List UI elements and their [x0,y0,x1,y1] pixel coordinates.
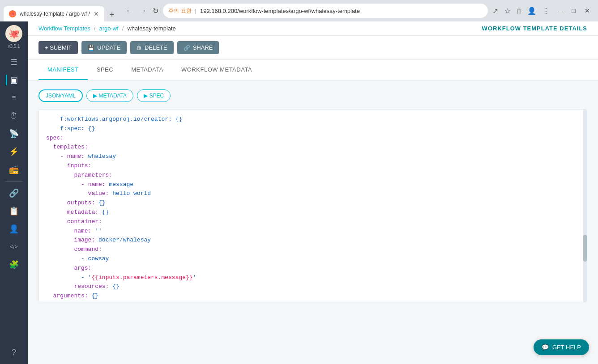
sidebar: 🐙 v3.5.1 ☰ ▣ ≡ ⏱ 📡 ⚡ 📻 🔗 📋 [0,21,28,364]
link-icon: 🔗 [9,188,19,198]
url-text: 192.168.0.200/workflow-templates/argo-wf… [200,8,360,14]
sidebar-item-pipelines[interactable]: ⚡ [6,144,22,160]
sidebar-item-help[interactable]: ? [6,344,22,360]
sidebar-item-events[interactable]: ≡ [6,90,22,106]
menu-icon: ☰ [10,57,17,67]
version-badge: v3.5.1 [8,44,20,49]
api-icon: </> [10,244,17,250]
eventsource-icon: 📻 [9,165,19,174]
code-line-19: resources: {} [46,282,580,292]
tab-workflow-metadata[interactable]: WORKFLOW METADATA [172,60,261,80]
tab-bar: MANIFEST SPEC METADATA WORKFLOW METADATA [28,60,598,80]
code-line-13: name: '' [46,227,580,236]
events-icon: ≡ [12,94,16,102]
breadcrumb-sep1: / [94,25,96,32]
code-line-10: outputs: {} [46,199,580,208]
user-icon: 👤 [9,224,19,234]
code-line-15: command: [46,245,580,254]
sidebar-item-sensors[interactable]: 📡 [6,126,22,142]
filter-row: JSON/YAML ▶ METADATA ▶ SPEC [38,89,587,102]
code-line-4: templates: [46,143,580,152]
code-line-1: f:workflows.argoproj.io/creator: {} [46,115,580,124]
breadcrumb-workflows-link[interactable]: Workflow Templates [38,25,90,32]
minimize-button[interactable]: ─ [554,5,568,16]
metadata-filter-button[interactable]: ▶ METADATA [86,89,133,102]
bookmark-button[interactable]: ☆ [503,5,513,17]
nav-refresh-button[interactable]: ↻ [151,5,160,17]
code-line-16: - cowsay [46,254,580,264]
security-warning: 주의 요함 [168,7,191,15]
reports-icon: 📋 [9,206,19,216]
code-content[interactable]: f:workflows.argoproj.io/creator: {} f:sp… [39,110,587,302]
nav-back-button[interactable]: ← [124,5,135,17]
share-page-button[interactable]: ↗ [491,5,500,17]
breadcrumb-sep2: / [122,25,124,32]
url-separator: | [195,8,196,14]
profile-button[interactable]: 👤 [525,5,538,17]
url-bar[interactable]: 주의 요함 | 192.168.0.200/workflow-templates… [163,4,487,18]
delete-button[interactable]: 🗑 DELETE [130,41,174,54]
scrollbar-vertical[interactable] [583,110,587,302]
sidebar-item-reports[interactable]: 📋 [6,203,22,219]
code-line-7: parameters: [46,171,580,180]
share-button[interactable]: 🔗 SHARE [177,41,219,54]
breadcrumb-namespace-link[interactable]: argo-wf [99,25,118,32]
sidebar-item-workflows[interactable]: ▣ [6,72,22,88]
trash-icon: 🗑 [137,45,142,51]
window-controls: ─ □ ✕ [554,5,594,16]
json-yaml-filter-button[interactable]: JSON/YAML [38,89,83,102]
chat-icon: 💬 [542,344,549,351]
browser-tabs: 🐙 whalesay-template / argo-wf / ✕ + [4,0,118,21]
action-bar: + SUBMIT 💾 UPDATE 🗑 DELETE 🔗 SHARE [28,36,598,60]
tab-close-btn[interactable]: ✕ [94,10,99,17]
tab-manifest[interactable]: MANIFEST [38,60,88,80]
breadcrumb: Workflow Templates / argo-wf / whalesay-… [38,25,176,32]
code-line-9: value: hello world [46,189,580,199]
code-line-18: - '{{inputs.parameters.message}}' [46,273,580,283]
sidebar-item-plugins[interactable]: 🧩 [6,257,22,273]
spec-filter-button[interactable]: ▶ SPEC [137,89,171,102]
code-line-17: args: [46,264,580,273]
code-line-20: arguments: {} [46,292,580,301]
new-tab-button[interactable]: + [106,8,118,21]
main-content: Workflow Templates / argo-wf / whalesay-… [28,21,598,364]
sidebar-item-user[interactable]: 👤 [6,221,22,237]
share-icon: 🔗 [184,45,190,51]
sidebar-divider [5,181,23,182]
tab-spec[interactable]: SPEC [88,60,122,80]
update-button[interactable]: 💾 UPDATE [81,41,127,54]
sidebar-toggle-button[interactable]: ▯ [515,5,523,17]
tab-title: whalesay-template / argo-wf / [20,11,90,17]
help-icon: ? [12,348,16,357]
sidebar-item-eventsource[interactable]: 📻 [6,161,22,178]
top-bar: Workflow Templates / argo-wf / whalesay-… [28,21,598,36]
sensors-icon: 📡 [9,129,19,139]
code-line-5: - name: whalesay [46,152,580,161]
browser-chrome: 🐙 whalesay-template / argo-wf / ✕ + ← → … [0,0,598,21]
submit-button[interactable]: + SUBMIT [38,41,78,54]
get-help-button[interactable]: 💬 GET HELP [534,339,589,355]
browser-actions: ↗ ☆ ▯ 👤 ⋮ [491,5,551,17]
page-label: WORKFLOW TEMPLATE DETAILS [482,25,587,32]
active-tab[interactable]: 🐙 whalesay-template / argo-wf / ✕ [4,6,104,21]
app-logo[interactable]: 🐙 [5,25,22,42]
save-icon: 💾 [88,45,94,51]
tab-metadata[interactable]: METADATA [122,60,172,80]
clock-icon: ⏱ [10,111,18,121]
sidebar-item-links[interactable]: 🔗 [6,185,22,201]
sidebar-item-menu[interactable]: ☰ [6,54,22,70]
nav-forward-button[interactable]: → [137,5,148,17]
maximize-button[interactable]: □ [568,5,580,16]
app-layout: 🐙 v3.5.1 ☰ ▣ ≡ ⏱ 📡 ⚡ 📻 🔗 📋 [0,21,598,364]
sidebar-item-cron[interactable]: ⏱ [6,108,22,124]
code-line-14: image: docker/whalesay [46,236,580,245]
breadcrumb-current: whalesay-template [127,25,175,32]
tab-favicon: 🐙 [9,10,16,17]
sidebar-item-api[interactable]: </> [6,239,22,255]
menu-button[interactable]: ⋮ [541,5,551,17]
code-editor: f:workflows.argoproj.io/creator: {} f:sp… [38,109,587,302]
scrollbar-thumb[interactable] [583,235,587,262]
logo-icon: 🐙 [9,28,20,39]
code-line-6: inputs: [46,161,580,171]
close-window-button[interactable]: ✕ [580,5,594,16]
